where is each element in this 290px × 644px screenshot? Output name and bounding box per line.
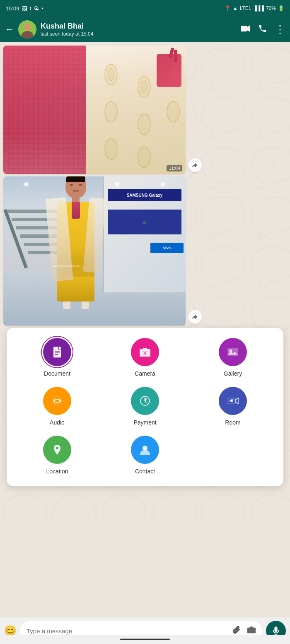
video-call-button[interactable] xyxy=(241,24,251,35)
attach-audio[interactable]: Audio xyxy=(13,387,101,426)
payment-icon-circle: ₹ xyxy=(131,387,159,415)
svg-point-9 xyxy=(141,81,147,93)
location-label: Location xyxy=(46,468,68,475)
gallery-label: Gallery xyxy=(224,370,242,377)
message-time: 11:04 xyxy=(167,165,182,171)
avatar[interactable] xyxy=(18,20,36,39)
facebook-icon: f xyxy=(30,5,31,12)
more-options-button[interactable]: ⋮ xyxy=(275,23,285,36)
document-icon-circle xyxy=(43,338,71,366)
attachment-menu: Document Camera xyxy=(7,328,283,486)
svg-point-12 xyxy=(138,114,150,135)
svg-point-14 xyxy=(105,139,117,159)
svg-text:₹: ₹ xyxy=(143,398,147,404)
audio-icon-circle xyxy=(43,387,71,415)
forward-button-2[interactable] xyxy=(188,310,202,324)
svg-point-22 xyxy=(144,352,146,354)
attach-grid: Document Camera xyxy=(13,338,277,475)
nav-bar xyxy=(0,635,290,644)
message-image-2[interactable]: SAMSUNG Galaxy 📺 vivo xyxy=(3,176,186,326)
home-indicator xyxy=(120,639,170,640)
message-row: 11:04 xyxy=(3,46,287,174)
location-icon-circle xyxy=(43,436,71,464)
svg-point-15 xyxy=(138,147,150,168)
message-row-2: SAMSUNG Galaxy 📺 vivo xyxy=(3,176,287,326)
message-bubble: 11:04 xyxy=(3,46,186,174)
dot-icon: • xyxy=(41,5,44,12)
wifi-icon: ▲ xyxy=(233,5,238,11)
svg-marker-32 xyxy=(235,398,238,404)
svg-point-11 xyxy=(105,101,117,122)
contact-label: Contact xyxy=(135,468,155,475)
camera-icon-circle xyxy=(131,338,159,366)
gallery-icon-circle xyxy=(219,338,247,366)
phone-call-button[interactable] xyxy=(258,24,267,35)
weather-icon: 🌤 xyxy=(34,5,39,12)
status-right: 📍 ▲ LTE1 ▐▐▐ 70% 🔋 xyxy=(225,5,284,11)
attach-camera[interactable]: Camera xyxy=(101,338,189,377)
contact-info[interactable]: Kushal Bhai last seen today at 15:04 xyxy=(41,22,237,37)
svg-point-13 xyxy=(167,101,179,122)
attach-contact[interactable]: Contact xyxy=(101,436,189,475)
avatar-image xyxy=(18,20,36,39)
header-icons: ⋮ xyxy=(241,23,285,36)
svg-rect-23 xyxy=(228,348,238,356)
chat-header: ← Kushal Bhai last seen today at 15:04 xyxy=(0,17,290,42)
status-bar: 15:09 🖼 f 🌤 • 📍 ▲ LTE1 ▐▐▐ 70% 🔋 xyxy=(0,0,290,17)
payment-label: Payment xyxy=(133,419,156,426)
message-list: 11:04 xyxy=(3,46,287,490)
battery-label: 70% xyxy=(266,5,276,11)
gallery-icon: 🖼 xyxy=(22,5,27,12)
location-icon: 📍 xyxy=(225,5,231,11)
message-input[interactable] xyxy=(27,627,232,634)
audio-label: Audio xyxy=(50,419,65,426)
contact-name: Kushal Bhai xyxy=(41,22,237,31)
attach-payment[interactable]: ₹ Payment xyxy=(101,387,189,426)
document-label: Document xyxy=(44,370,70,377)
svg-point-34 xyxy=(56,447,58,449)
contact-icon-circle xyxy=(131,436,159,464)
contact-status: last seen today at 15:04 xyxy=(41,31,237,37)
svg-rect-4 xyxy=(241,26,247,31)
svg-point-3 xyxy=(24,24,31,30)
svg-point-7 xyxy=(108,68,114,81)
network-label: LTE1 xyxy=(240,5,251,11)
status-left: 15:09 🖼 f 🌤 • xyxy=(6,5,44,12)
room-icon-circle xyxy=(219,387,247,415)
attach-gallery[interactable]: Gallery xyxy=(189,338,277,377)
battery-icon: 🔋 xyxy=(278,5,284,11)
attach-document[interactable]: Document xyxy=(13,338,101,377)
message-bubble-2: SAMSUNG Galaxy 📺 vivo xyxy=(3,176,186,326)
room-label: Room xyxy=(225,419,240,426)
signal-bars: ▐▐▐ xyxy=(253,5,264,11)
back-button[interactable]: ← xyxy=(5,24,14,35)
message-image[interactable]: 11:04 xyxy=(3,46,186,174)
forward-button[interactable] xyxy=(188,158,202,172)
attach-room[interactable]: Room xyxy=(189,387,277,426)
status-time: 15:09 xyxy=(6,5,19,12)
svg-marker-5 xyxy=(247,25,250,32)
camera-label: Camera xyxy=(135,370,155,377)
chat-area: 11:04 xyxy=(0,42,290,523)
attach-location[interactable]: Location xyxy=(13,436,101,475)
